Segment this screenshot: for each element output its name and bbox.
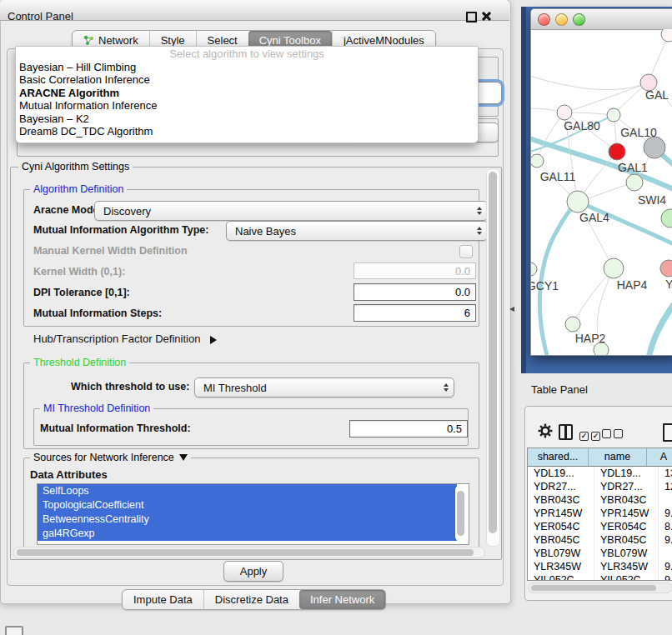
settings-vscrollbar-thumb[interactable] xyxy=(489,172,497,533)
expand-triangle-icon xyxy=(210,336,217,344)
unchecked-box-icon xyxy=(614,429,623,438)
network-node[interactable] xyxy=(609,143,625,160)
manual-kernel-checkbox[interactable] xyxy=(459,245,473,258)
table-row[interactable]: YDL19...YDL19...13 xyxy=(528,467,672,480)
mi-type-combobox[interactable]: Naive Bayes xyxy=(226,221,488,241)
network-window[interactable]: GALGAL80GAL10GAL11GAL1SWI4GAL4GCY1HAP4YH… xyxy=(530,8,672,356)
float-window-icon[interactable] xyxy=(466,12,477,22)
close-traffic-light-icon[interactable] xyxy=(538,13,550,26)
tab-discretize-data[interactable]: Discretize Data xyxy=(203,590,299,609)
algorithm-option-dream8-dc-tdc-algorithm[interactable]: Dream8 DC_TDC Algorithm xyxy=(16,125,478,138)
attribute-item-betweennesscentrality[interactable]: BetweennessCentrality xyxy=(38,512,457,527)
algorithm-option-bayesian-hill-climbing[interactable]: Bayesian – Hill Climbing xyxy=(16,61,478,73)
node-label: HAP4 xyxy=(617,278,648,292)
unchecked-box-icon xyxy=(602,429,611,438)
network-node[interactable] xyxy=(661,209,672,228)
apply-button-label: Apply xyxy=(240,565,268,578)
table-cell: YPR145W xyxy=(528,507,594,520)
mouse-cursor-icon xyxy=(509,307,514,312)
mi-type-label: Mutual Information Algorithm Type: xyxy=(33,224,208,236)
attribute-item-selfloops[interactable]: SelfLoops xyxy=(38,484,457,498)
network-window-titlebar[interactable] xyxy=(531,9,672,30)
apply-button[interactable]: Apply xyxy=(223,561,283,582)
algorithm-option-basic-correlation-inference[interactable]: Basic Correlation Inference xyxy=(16,73,478,86)
table-cell: YLR345W xyxy=(594,560,659,573)
node-label: Y xyxy=(665,278,672,291)
table-row[interactable]: YBR043CYBR043C xyxy=(528,493,672,507)
network-node[interactable] xyxy=(661,29,672,42)
table-row[interactable]: YLR345WYLR345W9. xyxy=(528,560,672,573)
network-node[interactable] xyxy=(565,317,580,332)
attributes-scrollbar-thumb[interactable] xyxy=(457,491,464,536)
kernel-width-field[interactable] xyxy=(354,262,476,279)
collapse-triangle-icon[interactable] xyxy=(179,454,188,461)
node-label: GCY1 xyxy=(531,279,559,292)
mi-steps-label: Mutual Information Steps: xyxy=(33,308,162,319)
network-icon xyxy=(83,35,94,46)
minimized-panel-icon[interactable] xyxy=(5,626,23,635)
algorithm-option-mutual-information-inference[interactable]: Mutual Information Inference xyxy=(16,99,478,112)
table-cell xyxy=(659,547,672,560)
network-node[interactable] xyxy=(626,174,643,191)
network-node[interactable] xyxy=(567,191,589,212)
dpi-tolerance-field[interactable] xyxy=(354,283,476,301)
algorithm-definition-title: Algorithm Definition xyxy=(33,183,123,195)
network-node[interactable] xyxy=(531,262,537,276)
column-header-shared[interactable]: shared... xyxy=(528,448,589,466)
close-icon[interactable] xyxy=(481,11,492,22)
file-icon[interactable] xyxy=(663,423,672,442)
table-row[interactable]: YBR045CYBR045C9. xyxy=(528,533,672,547)
table-row[interactable]: YER054CYER054C8. xyxy=(528,520,672,533)
algorithm-option-bayesian-k2[interactable]: Bayesian – K2 xyxy=(16,112,478,125)
network-node[interactable] xyxy=(604,258,624,278)
table-hscrollbar[interactable] xyxy=(528,582,672,593)
settings-hscrollbar-thumb[interactable] xyxy=(17,549,474,556)
zoom-traffic-light-icon[interactable] xyxy=(573,13,585,26)
table-row[interactable]: YIL052CYIL052C9. xyxy=(528,573,672,581)
network-edge[interactable] xyxy=(537,112,564,161)
gear-icon[interactable] xyxy=(538,423,553,438)
table-hscrollbar-thumb[interactable] xyxy=(531,585,656,591)
table-cell xyxy=(659,493,672,507)
tab-infer-network[interactable]: Infer Network xyxy=(299,590,385,609)
attribute-item-topologicalcoefficient[interactable]: TopologicalCoefficient xyxy=(38,498,457,512)
table-row[interactable]: YDR27...YDR27...12 xyxy=(528,480,672,493)
mi-type-value: Naive Bayes xyxy=(235,225,296,238)
network-node[interactable] xyxy=(660,260,672,277)
tab-label: Select xyxy=(208,34,238,47)
minimize-traffic-light-icon[interactable] xyxy=(555,13,568,26)
mi-steps-field[interactable] xyxy=(354,304,476,322)
network-node[interactable] xyxy=(644,137,665,158)
table-cell: 9. xyxy=(659,533,672,547)
network-edge[interactable] xyxy=(578,202,672,248)
tab-label: jActiveMNodules xyxy=(344,34,424,47)
algorithm-option-aracne-algorithm[interactable]: ARACNE Algorithm xyxy=(16,87,478,99)
columns-icon[interactable] xyxy=(559,424,573,440)
control-panel-titlebar[interactable] xyxy=(0,0,509,21)
tab-impute-data[interactable]: Impute Data xyxy=(123,590,203,609)
table-row[interactable]: YPR145WYPR145W9. xyxy=(528,507,672,520)
network-edge[interactable] xyxy=(531,75,649,90)
mi-threshold-field[interactable] xyxy=(349,420,468,438)
aracne-mode-combobox[interactable]: Discovery xyxy=(94,201,488,221)
attributes-scrollbar[interactable] xyxy=(455,485,466,542)
hub-definition-expander[interactable]: Hub/Transcription Factor Definition xyxy=(33,332,217,345)
settings-hscrollbar[interactable] xyxy=(13,547,485,558)
network-node[interactable] xyxy=(607,108,620,122)
settings-vscrollbar[interactable] xyxy=(486,168,500,547)
network-canvas[interactable]: GALGAL80GAL10GAL11GAL1SWI4GAL4GCY1HAP4YH… xyxy=(531,29,672,355)
network-node[interactable] xyxy=(531,154,544,168)
aracne-mode-label: Aracne Mode: xyxy=(33,204,103,216)
which-threshold-combobox[interactable]: MI Threshold xyxy=(194,378,454,398)
network-node[interactable] xyxy=(557,105,572,120)
column-header-a[interactable]: A xyxy=(647,448,672,466)
table-row[interactable]: YBL079WYBL079W xyxy=(528,547,672,560)
column-header-name[interactable]: name xyxy=(589,448,647,466)
deselect-all-icon[interactable] xyxy=(602,427,623,442)
attribute-item-gal4rgexp[interactable]: gal4RGexp xyxy=(38,527,457,541)
network-edge[interactable] xyxy=(649,294,672,355)
node-label: GAL80 xyxy=(564,119,600,132)
tab-label: Cyni Toolbox xyxy=(259,34,321,47)
select-all-icon[interactable]: ✓✓ xyxy=(579,427,600,442)
table-cell: YDL19... xyxy=(594,467,659,480)
